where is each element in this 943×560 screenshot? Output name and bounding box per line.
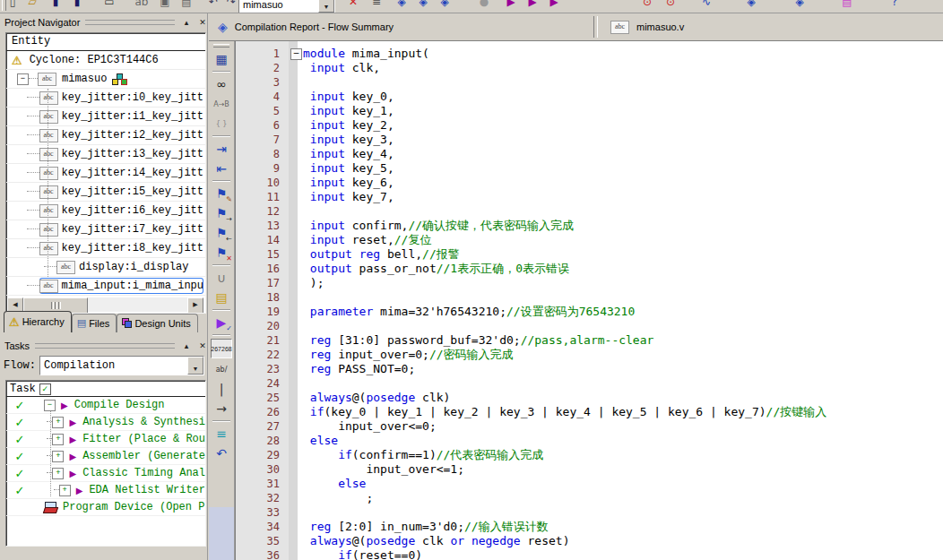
timing-analyzer-icon[interactable]: ⊙ <box>638 0 656 11</box>
new-report-window-icon[interactable]: ▦ <box>212 50 231 68</box>
tasks-titlebar[interactable]: Tasks ▴ ✕ <box>2 339 212 353</box>
tab-files[interactable]: ▤ Files <box>72 314 117 332</box>
redo-icon[interactable]: ↷ <box>222 0 240 11</box>
help-icon[interactable]: ? <box>886 0 904 11</box>
cursor-line-icon[interactable]: | <box>212 380 231 398</box>
code-line[interactable]: input key_7, <box>298 190 943 204</box>
scroll-right-button[interactable]: ▶ <box>187 297 203 314</box>
project-navigator-titlebar[interactable]: Project Navigator ▴ ✕ <box>2 15 212 30</box>
task-row[interactable]: ✓+▶Classic Timing Anal <box>6 465 205 482</box>
new-file-icon[interactable]: ▯ <box>4 0 22 11</box>
start-analysis-icon[interactable]: ◈ <box>414 0 432 11</box>
tree-item[interactable]: abckey_jitter:i0_key_jitt <box>6 89 205 108</box>
tree-item[interactable]: abckey_jitter:i6_key_jitt <box>6 202 205 220</box>
matching-brace-icon[interactable]: { } <box>212 115 231 133</box>
code-line[interactable]: reg [2:0] in_num=3'd0;//输入错误计数 <box>298 520 943 534</box>
comment-icon[interactable]: ab/ <box>212 360 231 378</box>
decrease-indent-icon[interactable]: ⇤ <box>212 159 231 177</box>
paste-icon[interactable]: ▤ <box>177 0 195 11</box>
stop-processing-icon[interactable]: ✕ <box>344 0 362 11</box>
run-task-icon[interactable]: ▶ <box>69 452 76 461</box>
code-line[interactable]: input key_4, <box>298 147 943 161</box>
code-line[interactable] <box>298 204 943 219</box>
code-line[interactable] <box>298 75 943 90</box>
run-timer-icon[interactable]: ▶ <box>545 0 563 11</box>
task-row[interactable]: ✓+▶Analysis & Synthesi <box>6 414 205 431</box>
clock-settings-icon[interactable]: ⊙ <box>662 0 679 11</box>
task-row[interactable]: ✓+▶EDA Netlist Writer <box>6 482 205 499</box>
panel-divider[interactable] <box>207 13 208 560</box>
attach-note-icon[interactable]: ∪ <box>212 269 231 287</box>
start-partition-merge-icon[interactable]: ◈ <box>436 0 454 11</box>
tree-item[interactable]: abckey_jitter:i3_key_jitt <box>6 145 205 164</box>
code-line[interactable]: ); <box>298 276 943 290</box>
previous-bookmark-icon[interactable]: ⚑← <box>212 224 231 242</box>
next-bookmark-icon[interactable]: ⚑→ <box>212 204 231 222</box>
code-line[interactable]: input key_2, <box>298 118 943 133</box>
editor-titlebar[interactable]: abc mimasuo.v <box>601 21 684 34</box>
revert-icon[interactable]: ↶ <box>212 444 231 462</box>
horizontal-scrollbar[interactable]: ◀ ▶ <box>7 297 203 312</box>
code-line[interactable] <box>298 319 943 333</box>
code-line[interactable]: reg PASS_NOT=0; <box>298 362 943 376</box>
increase-indent-icon[interactable]: ⇥ <box>212 140 231 158</box>
clear-bookmarks-icon[interactable]: ⚑✕ <box>212 244 231 262</box>
expand-tree-icon[interactable]: + <box>52 451 64 462</box>
code-line[interactable]: always@(posedge clk) <box>298 391 943 405</box>
toolbar-grip[interactable] <box>213 44 229 47</box>
collapse-tree-icon[interactable]: − <box>17 73 29 85</box>
run-task-icon[interactable]: ▶ <box>61 401 68 410</box>
print-icon[interactable]: ▭ <box>100 0 118 11</box>
flow-combobox[interactable]: Compilation ▼ <box>39 356 204 375</box>
device-row[interactable]: ⚠ Cyclone: EP1C3T144C6 <box>6 51 205 70</box>
task-column-header[interactable]: Task ✓ <box>6 381 205 397</box>
tree-item[interactable]: abckey_jitter:i1_key_jitt <box>6 108 205 126</box>
expand-tree-icon[interactable]: + <box>52 417 64 428</box>
replace-icon[interactable]: A→B <box>212 95 231 113</box>
indent-guides-icon[interactable]: ≡ <box>212 425 231 443</box>
undo-icon[interactable]: ↶ <box>204 0 222 11</box>
code-fold-icon[interactable]: − <box>290 48 302 60</box>
entity-combobox[interactable]: mimasuo ▼ <box>238 0 335 13</box>
tab-hierarchy[interactable]: ⚠ Hierarchy <box>4 311 72 332</box>
start-compilation-icon[interactable]: ◈ <box>393 0 411 11</box>
code-line[interactable]: input key_0, <box>298 90 943 104</box>
task-row[interactable]: ✓−▶Compile Design <box>6 397 205 414</box>
task-row[interactable]: Program Device (Open Pr <box>6 499 205 516</box>
collapse-panel-button[interactable]: ▴ <box>180 340 193 352</box>
code-line[interactable]: input key_6, <box>298 176 943 190</box>
run-task-icon[interactable]: ▶ <box>69 469 76 478</box>
tree-item[interactable]: abckey_jitter:i4_key_jitt <box>6 164 205 183</box>
waveform-editor-icon[interactable]: ∿ <box>697 0 715 11</box>
code-line[interactable]: −module mima_input( <box>298 47 943 61</box>
code-line[interactable] <box>298 505 943 520</box>
copy-icon[interactable]: ▣ <box>156 0 174 11</box>
run-icon[interactable]: ▶ <box>502 0 520 11</box>
code-line[interactable]: output reg bell,//报警 <box>298 247 943 262</box>
run-task-icon[interactable]: ▶ <box>69 418 76 427</box>
code-line[interactable]: else <box>298 477 943 491</box>
tech-map-viewer-icon[interactable]: ◈ <box>791 0 809 11</box>
task-row[interactable]: ✓+▶Fitter (Place & Rou <box>6 431 205 448</box>
tcl-script-icon[interactable]: ≡ <box>368 0 385 11</box>
tree-item[interactable]: abckey_jitter:i8_key_jitt <box>6 239 205 258</box>
code-line[interactable]: input_over<=0; <box>298 419 943 434</box>
code-line[interactable]: output pass_or_not//1表示正确，0表示错误 <box>298 262 943 276</box>
code-line[interactable]: input key_5, <box>298 161 943 176</box>
code-line[interactable]: if(reset==0) <box>298 548 943 560</box>
expand-tree-icon[interactable]: + <box>59 485 71 496</box>
code-line[interactable]: if(confirm==1)//代表密码输入完成 <box>298 448 943 462</box>
programmer-icon[interactable]: ▤ <box>838 0 856 11</box>
find-icon[interactable]: ab <box>133 0 151 11</box>
code-line[interactable]: reg input_over=0;//密码输入完成 <box>298 348 943 362</box>
expand-tree-icon[interactable]: + <box>52 468 64 479</box>
code-line[interactable]: always@(posedge clk or negedge reset) <box>298 534 943 548</box>
code-line[interactable]: input_over<=1; <box>298 462 943 477</box>
collapse-panel-button[interactable]: ▴ <box>180 17 193 29</box>
collapse-tree-icon[interactable]: − <box>44 400 56 411</box>
code-line[interactable] <box>298 290 943 305</box>
toggle-bookmark-icon[interactable]: ⚑✎ <box>212 185 231 202</box>
root-entity-row[interactable]: − abc mimasuo <box>6 70 205 89</box>
code-fold-margin[interactable] <box>289 41 298 560</box>
entity-column-header[interactable]: Entity <box>6 33 205 51</box>
